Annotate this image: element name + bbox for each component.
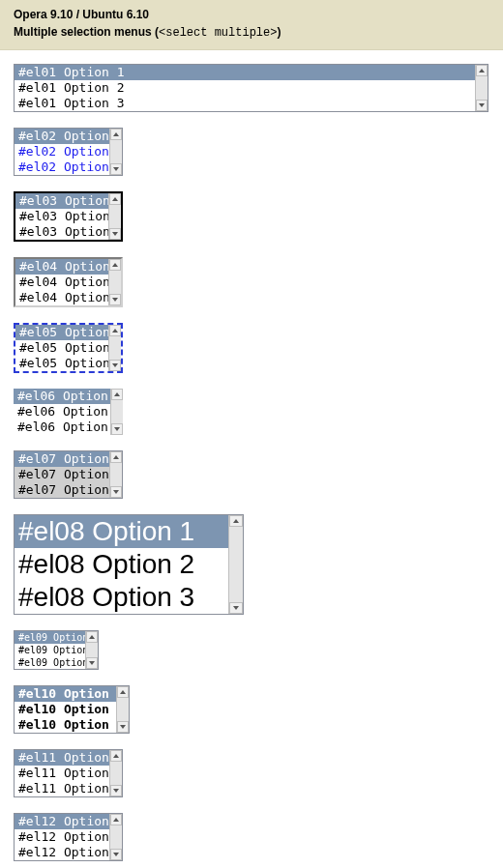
option[interactable]: #el03 Option 1: [15, 193, 108, 209]
scrollbar[interactable]: [228, 515, 243, 614]
scroll-down-arrow-icon[interactable]: [109, 228, 121, 240]
option[interactable]: #el04 Option 1: [15, 259, 108, 275]
scrollbar[interactable]: [116, 686, 129, 733]
scroll-down-arrow-icon[interactable]: [110, 486, 122, 498]
scroll-up-arrow-icon[interactable]: [117, 686, 129, 698]
option[interactable]: #el10 Option 1: [15, 686, 116, 702]
scroll-track[interactable]: [229, 527, 243, 602]
select-el07[interactable]: #el07 Option 1#el07 Option 2#el07 Option…: [14, 450, 123, 499]
option[interactable]: #el01 Option 1: [15, 65, 475, 80]
scroll-track[interactable]: [110, 825, 122, 849]
select-el03[interactable]: #el03 Option 1#el03 Option 2#el03 Option…: [14, 191, 123, 242]
option[interactable]: #el02 Option 2: [15, 144, 109, 159]
scroll-up-arrow-icon[interactable]: [109, 259, 121, 271]
scrollbar[interactable]: [108, 193, 121, 240]
scroll-track[interactable]: [86, 643, 98, 657]
scroll-up-arrow-icon[interactable]: [86, 631, 98, 643]
scroll-track[interactable]: [109, 205, 121, 228]
scroll-up-arrow-icon[interactable]: [110, 750, 122, 762]
option[interactable]: #el05 Option 3: [15, 356, 108, 371]
option[interactable]: #el10 Option 3: [15, 717, 116, 733]
scrollbar[interactable]: [475, 65, 488, 111]
select-el01[interactable]: #el01 Option 1#el01 Option 2#el01 Option…: [14, 64, 488, 112]
option[interactable]: #el08 Option 2: [15, 548, 228, 581]
scrollbar[interactable]: [108, 325, 121, 371]
option[interactable]: #el08 Option 3: [15, 581, 228, 614]
browser-os-title: Opera 9.10 / Ubuntu 6.10: [14, 8, 489, 21]
select-el02[interactable]: #el02 Option 1#el02 Option 2#el02 Option…: [14, 128, 123, 176]
select-el12[interactable]: #el12 Option 1#el12 Option 2#el12 Option…: [14, 813, 123, 861]
select-el08[interactable]: #el08 Option 1#el08 Option 2#el08 Option…: [14, 514, 244, 615]
option[interactable]: #el06 Option 2: [14, 404, 110, 420]
scroll-up-arrow-icon[interactable]: [476, 65, 488, 76]
select-el06[interactable]: #el06 Option 1#el06 Option 2#el06 Option…: [14, 389, 123, 435]
scroll-up-arrow-icon[interactable]: [229, 515, 243, 527]
select-el10[interactable]: #el10 Option 1#el10 Option 2#el10 Option…: [14, 685, 130, 734]
option[interactable]: #el09 Option 3: [15, 656, 85, 669]
option[interactable]: #el12 Option 1: [15, 814, 109, 829]
option[interactable]: #el01 Option 3: [15, 96, 475, 111]
scroll-down-arrow-icon[interactable]: [229, 602, 243, 614]
option[interactable]: #el01 Option 2: [15, 80, 475, 96]
scroll-track[interactable]: [117, 698, 129, 721]
option[interactable]: #el10 Option 2: [15, 702, 116, 717]
scroll-down-arrow-icon[interactable]: [110, 163, 122, 175]
select-el04[interactable]: #el04 Option 1#el04 Option 2#el04 Option…: [14, 257, 123, 307]
scroll-down-arrow-icon[interactable]: [110, 849, 122, 860]
option[interactable]: #el07 Option 3: [15, 482, 109, 498]
option[interactable]: #el04 Option 3: [15, 290, 108, 305]
scroll-up-arrow-icon[interactable]: [109, 193, 121, 205]
option[interactable]: #el07 Option 1: [15, 451, 109, 467]
option[interactable]: #el02 Option 1: [15, 129, 109, 144]
scrollbar[interactable]: [109, 750, 122, 796]
option[interactable]: #el05 Option 2: [15, 340, 108, 356]
scrollbar[interactable]: [85, 631, 98, 669]
scroll-down-arrow-icon[interactable]: [111, 423, 123, 435]
select-el11[interactable]: #el11 Option 1#el11 Option 2#el11 Option…: [14, 749, 123, 797]
scroll-down-arrow-icon[interactable]: [117, 721, 129, 733]
scroll-up-arrow-icon[interactable]: [110, 451, 122, 463]
option[interactable]: #el08 Option 1: [15, 515, 228, 548]
option[interactable]: #el03 Option 3: [15, 224, 108, 240]
option[interactable]: #el05 Option 1: [15, 325, 108, 340]
scroll-track[interactable]: [110, 463, 122, 486]
option[interactable]: #el11 Option 3: [15, 781, 109, 796]
scroll-up-arrow-icon[interactable]: [109, 325, 121, 336]
select-el05[interactable]: #el05 Option 1#el05 Option 2#el05 Option…: [14, 323, 123, 373]
option[interactable]: #el09 Option 2: [15, 644, 85, 656]
scrollbar[interactable]: [109, 451, 122, 498]
option[interactable]: #el03 Option 2: [15, 209, 108, 224]
option[interactable]: #el11 Option 1: [15, 750, 109, 766]
select-el09[interactable]: #el09 Option 1#el09 Option 2#el09 Option…: [14, 630, 99, 670]
options-list: #el04 Option 1#el04 Option 2#el04 Option…: [15, 259, 108, 305]
scroll-down-arrow-icon[interactable]: [109, 294, 121, 305]
scroll-track[interactable]: [476, 76, 488, 100]
scrollbar[interactable]: [108, 259, 121, 305]
scrollbar[interactable]: [109, 129, 122, 175]
option[interactable]: #el04 Option 2: [15, 275, 108, 290]
scroll-down-arrow-icon[interactable]: [476, 100, 488, 111]
option[interactable]: #el12 Option 2: [15, 829, 109, 845]
scrollbar[interactable]: [109, 814, 122, 860]
scroll-track[interactable]: [111, 400, 123, 423]
scroll-track[interactable]: [110, 140, 122, 163]
scroll-up-arrow-icon[interactable]: [111, 389, 123, 400]
option[interactable]: #el02 Option 3: [15, 159, 109, 175]
scroll-down-arrow-icon[interactable]: [86, 657, 98, 669]
scroll-track[interactable]: [110, 762, 122, 785]
option[interactable]: #el09 Option 1: [15, 631, 85, 644]
option[interactable]: #el06 Option 3: [14, 420, 110, 435]
option[interactable]: #el07 Option 2: [15, 467, 109, 482]
scroll-up-arrow-icon[interactable]: [110, 129, 122, 140]
scrollbar[interactable]: [110, 389, 123, 435]
content-area: #el01 Option 1#el01 Option 2#el01 Option…: [0, 50, 503, 868]
option[interactable]: #el11 Option 2: [15, 766, 109, 781]
scroll-down-arrow-icon[interactable]: [110, 785, 122, 796]
scroll-up-arrow-icon[interactable]: [110, 814, 122, 825]
scroll-down-arrow-icon[interactable]: [109, 360, 121, 371]
option[interactable]: #el12 Option 3: [15, 845, 109, 860]
subtitle-code: <select multiple>: [159, 26, 277, 40]
scroll-track[interactable]: [109, 271, 121, 294]
option[interactable]: #el06 Option 1: [14, 389, 110, 404]
scroll-track[interactable]: [109, 336, 121, 360]
